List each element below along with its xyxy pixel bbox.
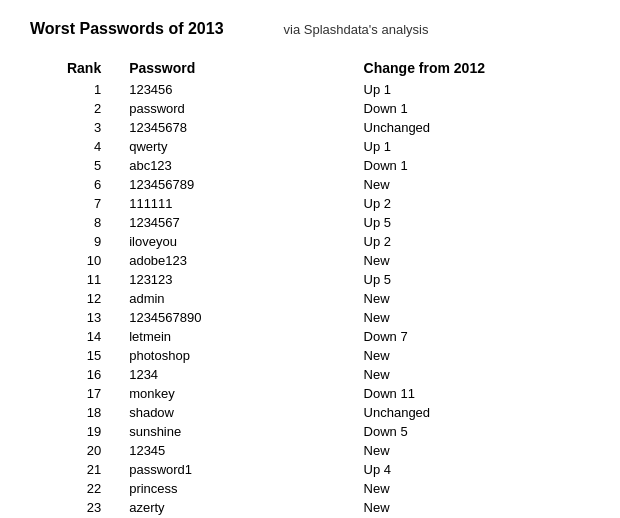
- cell-rank: 2: [30, 99, 121, 118]
- table-row: 12adminNew: [30, 289, 590, 308]
- table-row: 312345678Unchanged: [30, 118, 590, 137]
- cell-password: 123456789: [121, 175, 355, 194]
- cell-rank: 1: [30, 80, 121, 99]
- table-row: 15photoshopNew: [30, 346, 590, 365]
- cell-password: abc123: [121, 156, 355, 175]
- cell-change: Unchanged: [356, 118, 590, 137]
- cell-rank: 18: [30, 403, 121, 422]
- table-row: 10adobe123New: [30, 251, 590, 270]
- cell-rank: 20: [30, 441, 121, 460]
- cell-rank: 3: [30, 118, 121, 137]
- cell-change: Down 7: [356, 327, 590, 346]
- cell-change: New: [356, 346, 590, 365]
- cell-password: princess: [121, 479, 355, 498]
- cell-password: 123456: [121, 80, 355, 99]
- cell-change: Down 1: [356, 156, 590, 175]
- cell-rank: 8: [30, 213, 121, 232]
- cell-rank: 7: [30, 194, 121, 213]
- cell-rank: 21: [30, 460, 121, 479]
- cell-rank: 14: [30, 327, 121, 346]
- cell-rank: 11: [30, 270, 121, 289]
- cell-change: Unchanged: [356, 403, 590, 422]
- cell-password: password: [121, 99, 355, 118]
- cell-rank: 6: [30, 175, 121, 194]
- cell-password: azerty: [121, 498, 355, 517]
- table-row: 9iloveyouUp 2: [30, 232, 590, 251]
- cell-password: 1234567890: [121, 308, 355, 327]
- table-row: 21password1Up 4: [30, 460, 590, 479]
- cell-password: qwerty: [121, 137, 355, 156]
- cell-password: 111111: [121, 194, 355, 213]
- header-area: Worst Passwords of 2013 via Splashdata's…: [30, 20, 590, 38]
- table-row: 1123456Up 1: [30, 80, 590, 99]
- cell-rank: 17: [30, 384, 121, 403]
- cell-rank: 22: [30, 479, 121, 498]
- table-row: 131234567890New: [30, 308, 590, 327]
- cell-rank: 23: [30, 498, 121, 517]
- table-row: 22princessNew: [30, 479, 590, 498]
- cell-change: Up 2: [356, 232, 590, 251]
- col-header-change: Change from 2012: [356, 56, 590, 80]
- cell-change: New: [356, 289, 590, 308]
- cell-rank: 10: [30, 251, 121, 270]
- cell-change: Down 5: [356, 422, 590, 441]
- table-row: 2passwordDown 1: [30, 99, 590, 118]
- cell-change: New: [356, 498, 590, 517]
- table-row: 7111111Up 2: [30, 194, 590, 213]
- subtitle: via Splashdata's analysis: [284, 22, 429, 37]
- cell-change: Up 2: [356, 194, 590, 213]
- table-row: 11123123Up 5: [30, 270, 590, 289]
- cell-password: monkey: [121, 384, 355, 403]
- cell-password: adobe123: [121, 251, 355, 270]
- table-row: 6123456789New: [30, 175, 590, 194]
- cell-password: sunshine: [121, 422, 355, 441]
- table-row: 18shadowUnchanged: [30, 403, 590, 422]
- cell-rank: 19: [30, 422, 121, 441]
- table-row: 14letmeinDown 7: [30, 327, 590, 346]
- cell-password: 123123: [121, 270, 355, 289]
- table-row: 23azertyNew: [30, 498, 590, 517]
- cell-password: shadow: [121, 403, 355, 422]
- cell-rank: 16: [30, 365, 121, 384]
- table-row: 5abc123Down 1: [30, 156, 590, 175]
- cell-password: iloveyou: [121, 232, 355, 251]
- cell-password: letmein: [121, 327, 355, 346]
- table-row: 4qwertyUp 1: [30, 137, 590, 156]
- cell-password: 1234567: [121, 213, 355, 232]
- cell-rank: 9: [30, 232, 121, 251]
- table-row: 19sunshineDown 5: [30, 422, 590, 441]
- table-row: 161234New: [30, 365, 590, 384]
- cell-change: Up 5: [356, 270, 590, 289]
- passwords-table: Rank Password Change from 2012 1123456Up…: [30, 56, 590, 518]
- cell-password: 1234: [121, 365, 355, 384]
- cell-change: Up 1: [356, 80, 590, 99]
- cell-change: Up 1: [356, 137, 590, 156]
- cell-change: New: [356, 251, 590, 270]
- cell-password: 12345: [121, 441, 355, 460]
- cell-change: New: [356, 365, 590, 384]
- cell-change: New: [356, 441, 590, 460]
- cell-change: New: [356, 175, 590, 194]
- cell-rank: 4: [30, 137, 121, 156]
- table-header-row: Rank Password Change from 2012: [30, 56, 590, 80]
- cell-change: New: [356, 308, 590, 327]
- table-row: 2012345New: [30, 441, 590, 460]
- cell-change: New: [356, 479, 590, 498]
- cell-password: 12345678: [121, 118, 355, 137]
- cell-change: Down 11: [356, 384, 590, 403]
- cell-rank: 13: [30, 308, 121, 327]
- table-row: 17monkeyDown 11: [30, 384, 590, 403]
- cell-password: admin: [121, 289, 355, 308]
- cell-password: password1: [121, 460, 355, 479]
- cell-password: photoshop: [121, 346, 355, 365]
- cell-change: Up 5: [356, 213, 590, 232]
- cell-change: Up 4: [356, 460, 590, 479]
- main-title: Worst Passwords of 2013: [30, 20, 224, 38]
- cell-rank: 5: [30, 156, 121, 175]
- col-header-rank: Rank: [30, 56, 121, 80]
- cell-rank: 12: [30, 289, 121, 308]
- table-row: 81234567Up 5: [30, 213, 590, 232]
- col-header-password: Password: [121, 56, 355, 80]
- cell-change: Down 1: [356, 99, 590, 118]
- cell-rank: 15: [30, 346, 121, 365]
